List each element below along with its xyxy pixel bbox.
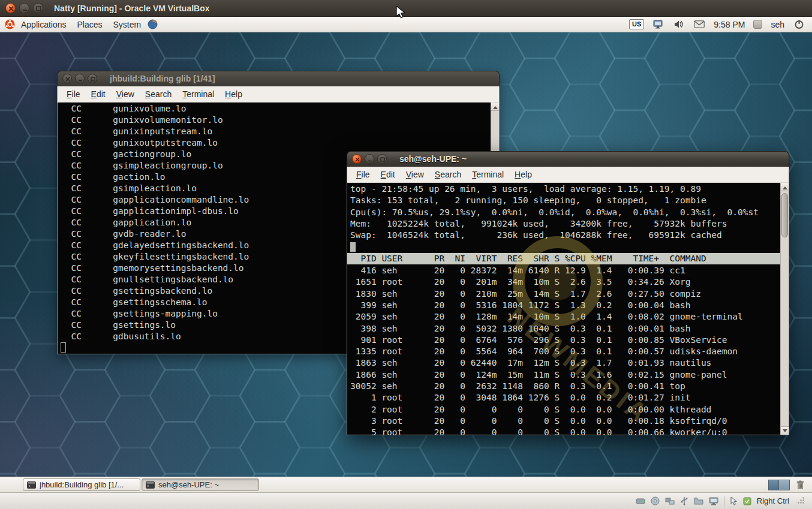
top-window-title: seh@seh-UPE: ~ (399, 154, 467, 164)
keyboard-layout-indicator[interactable]: US (629, 19, 644, 29)
menu-file[interactable]: File (61, 88, 86, 101)
close-icon (65, 76, 71, 82)
mouse-integration-icon[interactable] (730, 496, 738, 505)
scroll-up-arrow-icon[interactable] (781, 183, 789, 191)
maximize-icon (90, 76, 96, 82)
mail-icon[interactable] (693, 19, 705, 31)
jhbuild-menubar: File Edit View Search Terminal Help (57, 86, 500, 103)
top-close-button[interactable] (352, 154, 362, 164)
minimize-icon (367, 156, 373, 162)
gnome-bottom-panel: jhbuild:Building glib [1/... seh@seh-UPE… (0, 477, 812, 492)
menu-search[interactable]: Search (140, 88, 177, 101)
trash-icon[interactable] (796, 480, 805, 490)
top-table-header: PID USER PR NI VIRT RES SHR S %CPU %MEM … (347, 253, 780, 264)
workspace-switcher (768, 480, 790, 490)
vbox-titlebar[interactable]: Natty [Running] - Oracle VM VirtualBox (0, 0, 812, 17)
workspace-2[interactable] (779, 480, 789, 490)
panel-menu-applications[interactable]: Applications (16, 19, 72, 31)
terminal-cursor (350, 242, 356, 252)
maximize-icon (35, 5, 42, 12)
top-terminal-screen[interactable]: top - 21:58:45 up 26 min, 3 users, load … (347, 183, 789, 435)
usb-icon[interactable] (680, 496, 688, 505)
minimize-icon (22, 5, 28, 12)
maximize-icon (380, 156, 386, 162)
statusbar-separator (724, 496, 724, 506)
power-icon[interactable] (793, 19, 805, 31)
scrollbar-thumb[interactable] (781, 193, 788, 237)
workspace-1[interactable] (769, 480, 779, 490)
jhbuild-titlebar[interactable]: jhbuild:Building glib [1/41] (57, 71, 500, 86)
top-summary: top - 21:58:45 up 26 min, 3 users, load … (347, 183, 789, 241)
top-process-rows: 416 seh 20 0 28372 14m 6140 R 12.9 1.4 0… (347, 264, 789, 435)
close-icon (8, 5, 14, 12)
hdd-icon[interactable] (636, 497, 645, 505)
scroll-down-arrow-icon[interactable] (781, 426, 789, 435)
jhbuild-close-button[interactable] (62, 74, 72, 83)
jhbuild-minimize-button[interactable] (75, 74, 85, 83)
panel-username[interactable]: seh (771, 20, 784, 29)
features-icon[interactable] (743, 497, 751, 505)
close-icon (354, 156, 360, 162)
menu-help[interactable]: Help (219, 88, 248, 101)
top-titlebar[interactable]: seh@seh-UPE: ~ (347, 151, 789, 167)
panel-clock[interactable]: 9:58 PM (714, 20, 745, 29)
host-key-label: Right Ctrl (757, 496, 789, 505)
top-maximize-button[interactable] (377, 154, 387, 164)
menu-view[interactable]: View (401, 168, 429, 181)
browser-icon[interactable] (146, 19, 158, 31)
taskbar-item-top-terminal[interactable]: seh@seh-UPE: ~ (142, 478, 259, 491)
menu-file[interactable]: File (351, 168, 375, 181)
shared-folders-icon[interactable] (694, 497, 703, 505)
top-terminal-window: seh@seh-UPE: ~ File Edit View Search Ter… (347, 151, 789, 435)
top-minimize-button[interactable] (365, 154, 374, 164)
jhbuild-window-title: jhbuild:Building glib [1/41] (110, 74, 215, 83)
network-icon[interactable] (665, 497, 675, 505)
vbox-maximize-button[interactable] (33, 3, 43, 13)
menu-terminal[interactable]: Terminal (467, 168, 509, 181)
vbox-close-button[interactable] (5, 3, 16, 13)
display-icon[interactable] (652, 19, 664, 31)
menu-view[interactable]: View (111, 88, 140, 101)
volume-icon[interactable] (673, 19, 685, 31)
cd-icon[interactable] (651, 496, 660, 505)
taskbar-item-label: seh@seh-UPE: ~ (158, 480, 219, 489)
menu-terminal[interactable]: Terminal (177, 88, 219, 101)
desktop[interactable]: jhbuild:Building glib [1/41] File Edit V… (0, 32, 812, 477)
top-scrollbar[interactable] (780, 183, 789, 435)
session-icon[interactable] (753, 20, 762, 29)
panel-menu-places[interactable]: Places (72, 19, 108, 31)
scroll-up-arrow-icon[interactable] (491, 103, 499, 111)
menu-edit[interactable]: Edit (86, 88, 111, 101)
menu-search[interactable]: Search (429, 168, 467, 181)
resize-grip[interactable] (797, 496, 805, 506)
terminal-icon (27, 481, 36, 489)
taskbar-item-jhbuild[interactable]: jhbuild:Building glib [1/... (23, 478, 140, 491)
gnome-top-panel: Applications Places System US 9:58 PM se… (0, 17, 812, 32)
ubuntu-logo-icon[interactable] (4, 19, 16, 31)
jhbuild-maximize-button[interactable] (88, 74, 97, 83)
menu-edit[interactable]: Edit (375, 168, 401, 181)
vbox-window-title: Natty [Running] - Oracle VM VirtualBox (54, 4, 210, 13)
vbox-statusbar: Right Ctrl (0, 492, 812, 509)
terminal-icon (146, 481, 155, 489)
vbox-minimize-button[interactable] (19, 3, 29, 13)
terminal-cursor (61, 342, 66, 353)
minimize-icon (77, 76, 83, 82)
panel-menu-system[interactable]: System (108, 19, 147, 31)
virtualbox-window: Natty [Running] - Oracle VM VirtualBox A… (0, 0, 812, 509)
cursor-line (347, 241, 789, 252)
taskbar-item-label: jhbuild:Building glib [1/... (40, 480, 124, 489)
menu-help[interactable]: Help (509, 168, 537, 181)
display-icon[interactable] (709, 497, 718, 505)
top-menubar: File Edit View Search Terminal Help (347, 167, 789, 183)
